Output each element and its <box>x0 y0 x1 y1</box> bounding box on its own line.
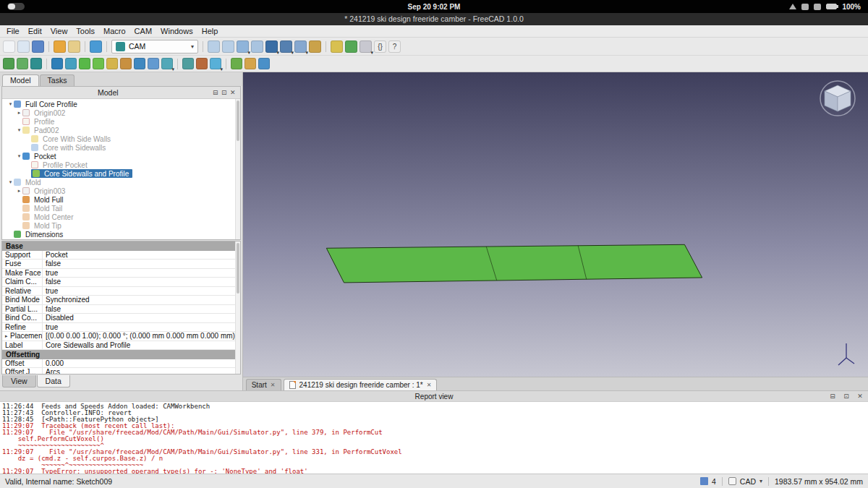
expander-icon[interactable] <box>7 100 14 108</box>
float-icon[interactable]: ⊡ <box>842 393 851 400</box>
tree-item[interactable]: Dimensions <box>2 230 240 239</box>
tab-model[interactable]: Model <box>2 74 39 86</box>
property-scrollbar[interactable] <box>235 241 240 374</box>
expression-braces-icon[interactable]: {} <box>374 40 386 53</box>
undo-icon[interactable] <box>54 40 66 53</box>
zoom-out-icon[interactable] <box>222 40 234 53</box>
tree-item[interactable]: Mold Tail <box>2 204 240 213</box>
cam-dressup-icon[interactable] <box>182 58 194 69</box>
menu-macro[interactable]: Macro <box>99 25 130 37</box>
tree-item-selected[interactable]: Core Sidewalls and Profile <box>2 169 240 178</box>
property-value[interactable]: Core Sidewalls and Profile <box>43 341 240 350</box>
cam-drilling-icon[interactable] <box>79 58 90 69</box>
cam-array-icon[interactable] <box>210 58 221 69</box>
property-value[interactable]: false <box>43 278 240 286</box>
property-value[interactable]: Synchronized <box>43 296 240 304</box>
cam-job-icon[interactable] <box>3 58 14 69</box>
cam-adaptive-icon[interactable] <box>120 58 132 69</box>
dock-icon[interactable]: ⊟ <box>828 393 837 400</box>
tree-item[interactable]: Profile Pocket <box>2 160 240 169</box>
new-window-icon[interactable] <box>359 40 372 53</box>
tree-item[interactable]: Full Core Profile <box>2 100 240 108</box>
3d-viewport[interactable] <box>243 72 868 377</box>
close-icon[interactable]: ✕ <box>427 382 432 388</box>
tree-scrollbar[interactable] <box>235 99 240 239</box>
navigation-cube[interactable] <box>814 78 861 121</box>
save-icon[interactable] <box>32 40 44 53</box>
tree-item[interactable]: Pad002 <box>2 126 240 134</box>
cam-deburr-icon[interactable] <box>161 58 173 69</box>
menu-windows[interactable]: Windows <box>156 25 197 37</box>
tab-start-page[interactable]: Start ✕ <box>246 379 281 390</box>
cam-simulator-icon[interactable] <box>231 58 242 69</box>
tree-item[interactable]: Core With Side Walls <box>2 134 240 143</box>
menu-edit[interactable]: Edit <box>24 25 46 37</box>
expander-icon[interactable] <box>16 152 22 160</box>
refresh-icon[interactable] <box>90 40 102 53</box>
new-file-icon[interactable] <box>3 40 15 53</box>
report-view-log[interactable]: 11:26:44 Feeds and Speeds Addon loaded: … <box>0 401 868 474</box>
clock[interactable]: Sep 20 9:02 PM <box>408 3 461 11</box>
expander-icon[interactable] <box>16 126 22 134</box>
tree-item[interactable]: Mold Center <box>2 213 240 221</box>
float-icon[interactable]: ⊡ <box>220 89 229 96</box>
tree-item[interactable]: Origin002 <box>2 108 240 117</box>
cam-pocket-icon[interactable] <box>65 58 77 69</box>
tab-tasks[interactable]: Tasks <box>40 74 75 86</box>
tree-item[interactable]: Core with Sidewalls <box>2 143 240 152</box>
expander-icon[interactable] <box>7 178 14 187</box>
menu-help[interactable]: Help <box>197 25 223 37</box>
property-value[interactable]: Arcs <box>43 368 240 374</box>
nav-style-selector[interactable]: CAD ▾ <box>728 477 762 486</box>
menu-tools[interactable]: Tools <box>72 25 99 37</box>
cam-slot-icon[interactable] <box>134 58 145 69</box>
view-group-icon[interactable] <box>294 40 307 53</box>
tree-item[interactable]: Profile <box>2 117 240 126</box>
property-value[interactable]: Pocket <box>43 251 240 260</box>
fit-all-icon[interactable] <box>237 40 249 53</box>
redo-icon[interactable] <box>68 40 80 53</box>
property-value[interactable]: Disabled <box>43 314 240 322</box>
expander-icon[interactable]: ▸ <box>5 333 10 339</box>
window-title[interactable]: * 241219 ski design freeride camber - Fr… <box>0 13 868 25</box>
dock-icon[interactable]: ⊟ <box>211 89 220 96</box>
property-value[interactable]: [(0.00 0.00 1.00); 0.000 °; (0.000 mm 0.… <box>43 332 240 341</box>
tree-item[interactable]: Tip Filler <box>2 239 240 239</box>
expander-icon[interactable] <box>16 108 22 117</box>
tab-data[interactable]: Data <box>37 375 70 388</box>
property-value[interactable]: 0.000 <box>43 359 240 368</box>
tab-document[interactable]: 241219 ski design freeride camber : 1* ✕ <box>284 379 438 390</box>
cam-postprocess-icon[interactable] <box>17 58 28 69</box>
cam-copy-icon[interactable] <box>196 58 208 69</box>
open-file-icon[interactable] <box>17 40 30 53</box>
property-value[interactable]: false <box>43 305 240 314</box>
appearance-icon[interactable] <box>331 40 343 53</box>
property-section-base[interactable]: Base <box>2 241 240 251</box>
menu-cam[interactable]: CAM <box>130 25 156 37</box>
property-value[interactable]: true <box>43 269 240 278</box>
activities-indicator[interactable] <box>7 3 25 10</box>
tree-item[interactable]: Origin003 <box>2 187 240 195</box>
close-icon[interactable]: ✕ <box>856 393 864 400</box>
close-icon[interactable]: ✕ <box>229 89 237 96</box>
tree-item[interactable]: Mold Tip <box>2 221 240 230</box>
zoom-in-icon[interactable] <box>208 40 220 53</box>
menu-view[interactable]: View <box>46 25 72 37</box>
axonometric-view-icon[interactable] <box>265 40 278 53</box>
ski-core-model[interactable] <box>243 72 868 377</box>
tree-item[interactable]: Mold <box>2 178 240 187</box>
property-value[interactable]: true <box>43 323 240 332</box>
property-value[interactable]: true <box>43 287 240 296</box>
menu-file[interactable]: File <box>2 25 24 37</box>
cam-profile-icon[interactable] <box>51 58 63 69</box>
tree-item[interactable]: Mold Full <box>2 195 240 204</box>
tree-item[interactable]: Pocket <box>2 152 240 160</box>
tree-view-icon[interactable] <box>345 40 357 53</box>
box-zoom-icon[interactable] <box>251 40 263 53</box>
cam-engrave-icon[interactable] <box>148 58 159 69</box>
measure-icon[interactable] <box>309 40 321 53</box>
whats-this-icon[interactable]: ? <box>388 40 401 53</box>
pane-indicator[interactable]: 4 <box>700 477 716 486</box>
cam-toolbit-icon[interactable] <box>258 58 270 69</box>
cam-sanity-check-icon[interactable] <box>30 58 42 69</box>
